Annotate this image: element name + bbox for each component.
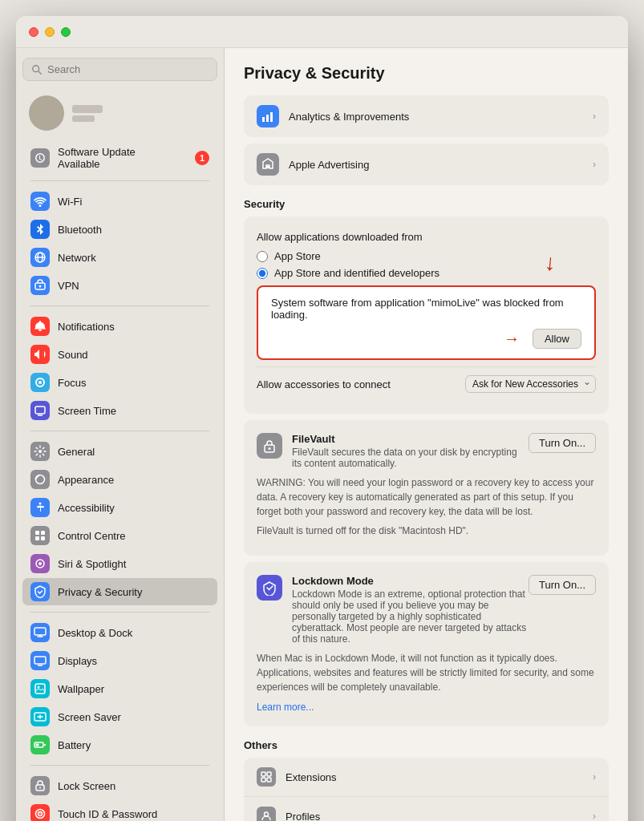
control-centre-icon <box>30 526 50 545</box>
sidebar-item-label: Siri & Spotlight <box>58 558 126 570</box>
sidebar-item-label: Desktop & Dock <box>58 627 132 639</box>
sidebar-item-network[interactable]: Network <box>22 244 217 271</box>
chevron-right-icon: › <box>593 159 596 170</box>
filevault-warning: WARNING: You will need your login passwo… <box>257 475 596 519</box>
svg-rect-12 <box>35 531 39 535</box>
radio-appstore-label: App Store <box>274 250 321 262</box>
sidebar-item-label: Control Centre <box>58 530 126 542</box>
advertising-row[interactable]: Apple Advertising › <box>244 144 609 185</box>
filevault-turn-on-button[interactable]: Turn On... <box>529 433 596 453</box>
sidebar-item-sound[interactable]: Sound <box>22 341 217 368</box>
user-profile[interactable] <box>22 91 217 139</box>
desktop-icon <box>30 623 50 642</box>
filevault-box: FileVault FileVault secures the data on … <box>244 420 609 556</box>
sidebar-item-label: General <box>58 446 95 458</box>
sidebar-item-notifications[interactable]: Notifications <box>22 313 217 340</box>
minimize-button[interactable] <box>45 27 55 37</box>
sidebar-item-displays[interactable]: Displays <box>22 647 217 674</box>
radio-identified-label: App Store and identified developers <box>274 267 439 279</box>
appearance-icon <box>30 470 50 489</box>
sidebar-item-vpn[interactable]: VPN <box>22 272 217 299</box>
accessories-select-wrap[interactable]: Ask for New Accessories Always Never <box>465 375 596 393</box>
sidebar-item-label: Bluetooth <box>58 224 102 236</box>
general-icon <box>30 442 50 461</box>
sidebar-item-bluetooth[interactable]: Bluetooth <box>22 216 217 243</box>
sidebar-item-wallpaper[interactable]: Wallpaper <box>22 675 217 702</box>
analytics-row[interactable]: Analytics & Improvements › <box>244 95 609 137</box>
sidebar-item-label: Lock Screen <box>58 780 115 792</box>
sidebar-item-lock-screen[interactable]: Lock Screen <box>22 772 217 799</box>
system-preferences-window: Software UpdateAvailable 1 Wi-Fi Bluetoo… <box>16 16 628 821</box>
chevron-right-icon: › <box>593 811 596 821</box>
sidebar-item-general[interactable]: General <box>22 438 217 465</box>
security-section-header: Security <box>244 198 609 210</box>
svg-point-9 <box>38 450 42 453</box>
radio-identified[interactable] <box>257 268 268 279</box>
radio-identified-row[interactable]: App Store and identified developers <box>257 267 596 279</box>
sidebar-item-desktop-dock[interactable]: Desktop & Dock <box>22 619 217 646</box>
sidebar-item-accessibility[interactable]: Accessibility <box>22 494 217 521</box>
blocked-message: System software from application "mimoLi… <box>271 297 581 321</box>
sidebar-item-label: Screen Time <box>58 405 116 417</box>
blocked-container: ↓ System software from application "mimo… <box>257 285 596 360</box>
divider-4 <box>30 612 209 613</box>
svg-rect-13 <box>41 531 45 535</box>
software-update-label: Software UpdateAvailable <box>58 146 136 170</box>
svg-rect-25 <box>44 744 46 746</box>
others-items: Extensions › Profiles › <box>244 758 609 821</box>
sidebar-item-control-centre[interactable]: Control Centre <box>22 522 217 549</box>
sidebar-item-label: Screen Saver <box>58 711 121 723</box>
sidebar-item-label: Displays <box>58 655 97 667</box>
radio-app-store-row[interactable]: App Store <box>257 250 596 262</box>
filevault-title: FileVault <box>292 433 529 445</box>
sidebar-item-touch-id[interactable]: Touch ID & Password <box>22 800 217 821</box>
profiles-row[interactable]: Profiles › <box>244 797 609 821</box>
lockdown-turn-on-button[interactable]: Turn On... <box>529 575 596 595</box>
allow-button[interactable]: Allow <box>533 329 581 349</box>
sidebar-item-screen-time[interactable]: Screen Time <box>22 397 217 424</box>
chevron-right-icon: › <box>593 771 596 783</box>
profiles-icon <box>257 807 276 821</box>
sidebar-item-appearance[interactable]: Appearance <box>22 466 217 493</box>
screen-time-icon <box>30 401 50 420</box>
allow-apps-label: Allow applications downloaded from <box>257 231 423 243</box>
lock-screen-icon <box>30 776 50 795</box>
main-content: Privacy & Security Analytics & Improveme… <box>225 48 628 821</box>
page-title: Privacy & Security <box>244 64 609 83</box>
lockdown-extra: When Mac is in Lockdown Mode, it will no… <box>257 651 596 694</box>
sidebar-item-software-update[interactable]: Software UpdateAvailable 1 <box>22 142 217 174</box>
sidebar-item-focus[interactable]: Focus <box>22 369 217 396</box>
svg-rect-42 <box>261 778 265 782</box>
user-subtitle-placeholder <box>72 115 95 122</box>
lockdown-title: Lockdown Mode <box>292 575 529 587</box>
svg-rect-26 <box>36 744 39 746</box>
lockdown-title-group: Lockdown Mode Lockdown Mode is an extrem… <box>292 575 529 645</box>
search-input[interactable] <box>47 63 209 75</box>
advertising-label: Apple Advertising <box>289 159 593 171</box>
sidebar-item-wifi[interactable]: Wi-Fi <box>22 188 217 215</box>
lockdown-learn-more[interactable]: Learn more... <box>257 702 314 713</box>
divider-5 <box>30 765 209 766</box>
close-button[interactable] <box>29 27 38 37</box>
sidebar-item-screen-saver[interactable]: Screen Saver <box>22 703 217 730</box>
svg-point-39 <box>269 447 271 450</box>
sidebar-item-siri[interactable]: Siri & Spotlight <box>22 550 217 577</box>
accessories-select[interactable]: Ask for New Accessories Always Never <box>465 375 596 393</box>
svg-rect-43 <box>267 778 271 782</box>
titlebar <box>16 16 628 48</box>
wallpaper-icon <box>30 679 50 698</box>
extensions-row[interactable]: Extensions › <box>244 758 609 797</box>
sidebar-item-privacy-security[interactable]: Privacy & Security <box>22 578 217 605</box>
sidebar-item-battery[interactable]: Battery <box>22 731 217 758</box>
search-bar[interactable] <box>22 58 217 81</box>
radio-appstore[interactable] <box>257 251 268 262</box>
blocked-footer: → Allow <box>271 329 581 349</box>
maximize-button[interactable] <box>61 27 71 37</box>
svg-point-6 <box>39 285 42 288</box>
svg-rect-18 <box>34 628 46 635</box>
software-update-icon <box>30 148 50 168</box>
svg-rect-19 <box>34 657 46 664</box>
battery-icon <box>30 735 50 754</box>
touch-id-icon <box>30 804 50 821</box>
sidebar-item-label: Sound <box>58 349 88 361</box>
